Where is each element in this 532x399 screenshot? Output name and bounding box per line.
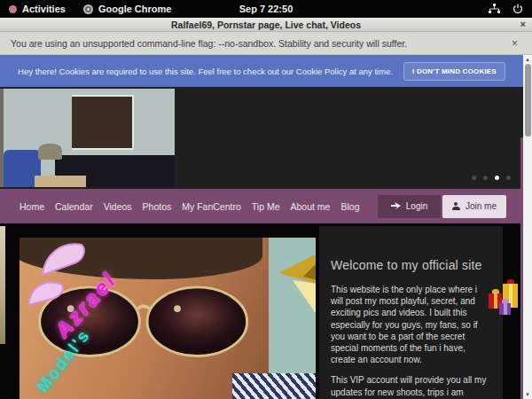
nav-item-photos[interactable]: Photos bbox=[143, 201, 172, 212]
scrollbar[interactable]: ▲ ▼ bbox=[523, 55, 532, 399]
activities-label: Activities bbox=[22, 4, 66, 14]
scroll-up-icon[interactable]: ▲ bbox=[525, 55, 530, 64]
chrome-warning-bar: You are using an unsupported command-lin… bbox=[0, 32, 532, 55]
desktop-screen: Activities Google Chrome Sep 7 22:50 Ral… bbox=[0, 0, 532, 399]
hero-photo-lamp bbox=[38, 144, 62, 160]
chrome-app-label: Google Chrome bbox=[98, 4, 172, 14]
activities-icon bbox=[9, 5, 17, 13]
scrollbar-thumb[interactable] bbox=[525, 64, 531, 137]
nav-item-calendar[interactable]: Calendar bbox=[55, 201, 93, 212]
carousel-dots bbox=[472, 176, 511, 180]
nav-item-fancentro[interactable]: My FanCentro bbox=[182, 201, 241, 212]
carousel-dot[interactable] bbox=[506, 176, 511, 180]
nav-item-blog[interactable]: Blog bbox=[340, 201, 359, 212]
main-navbar: Home Calendar Videos Photos My FanCentro… bbox=[0, 189, 523, 223]
activities-button[interactable]: Activities bbox=[0, 4, 74, 14]
welcome-paragraph-1: This website is the only place where i w… bbox=[331, 284, 491, 365]
gifts-widget[interactable] bbox=[488, 279, 523, 331]
chrome-app-menu[interactable]: Google Chrome bbox=[74, 4, 181, 14]
welcome-panel: Welcome to my official site This website… bbox=[319, 226, 503, 399]
login-button[interactable]: Login bbox=[378, 195, 441, 218]
join-button[interactable]: Join me bbox=[442, 195, 506, 218]
cookie-accept-button[interactable]: I DON'T MIND COOKIES bbox=[403, 62, 505, 81]
photo-shirt-stripes bbox=[232, 373, 316, 399]
main-section: Azrael Model's Welcome to my official si… bbox=[0, 223, 523, 399]
chrome-icon bbox=[83, 4, 93, 14]
hero-carousel bbox=[0, 87, 523, 189]
welcome-paragraph-2: This VIP account will provide you all my… bbox=[331, 374, 491, 399]
join-label: Join me bbox=[466, 201, 497, 211]
login-arrow-icon bbox=[391, 202, 401, 210]
nav-item-home[interactable]: Home bbox=[20, 201, 44, 212]
nav-item-aboutme[interactable]: About me bbox=[291, 201, 331, 212]
login-label: Login bbox=[406, 201, 427, 211]
carousel-dot[interactable] bbox=[472, 176, 476, 180]
person-icon bbox=[452, 202, 460, 210]
gold-star-icon bbox=[273, 254, 316, 326]
nav-item-videos[interactable]: Videos bbox=[104, 201, 132, 212]
carousel-dot[interactable] bbox=[483, 176, 488, 180]
page-viewport: Hey there! Cookies are required to use t… bbox=[0, 55, 523, 399]
gift-icon-purple bbox=[499, 303, 511, 315]
main-left-strip bbox=[0, 226, 5, 344]
nav-item-tipme[interactable]: Tip Me bbox=[252, 201, 280, 212]
hero-photo-curtain bbox=[72, 95, 133, 150]
cookie-message: Hey there! Cookies are required to use t… bbox=[18, 66, 393, 76]
scroll-down-icon[interactable]: ▼ bbox=[525, 390, 530, 399]
model-photo-placeholder: Azrael Model's bbox=[20, 238, 316, 399]
hero-photo-placeholder bbox=[4, 89, 175, 187]
hero-photo-floor bbox=[35, 176, 86, 187]
carousel-dot-active[interactable] bbox=[495, 176, 499, 180]
welcome-heading: Welcome to my official site bbox=[331, 258, 491, 272]
cookie-consent-bar: Hey there! Cookies are required to use t… bbox=[0, 55, 523, 87]
desktop-top-bar: Activities Google Chrome Sep 7 22:50 bbox=[0, 0, 532, 18]
window-title: Ralfael69, Pornstar page, Live chat, Vid… bbox=[171, 20, 361, 30]
network-icon[interactable] bbox=[489, 4, 500, 14]
warning-text: You are using an unsupported command-lin… bbox=[11, 38, 407, 49]
warning-close-icon[interactable]: × bbox=[512, 37, 521, 50]
power-icon[interactable] bbox=[512, 4, 523, 14]
window-close-icon[interactable]: × bbox=[520, 19, 526, 29]
window-title-bar: Ralfael69, Pornstar page, Live chat, Vid… bbox=[0, 18, 532, 32]
